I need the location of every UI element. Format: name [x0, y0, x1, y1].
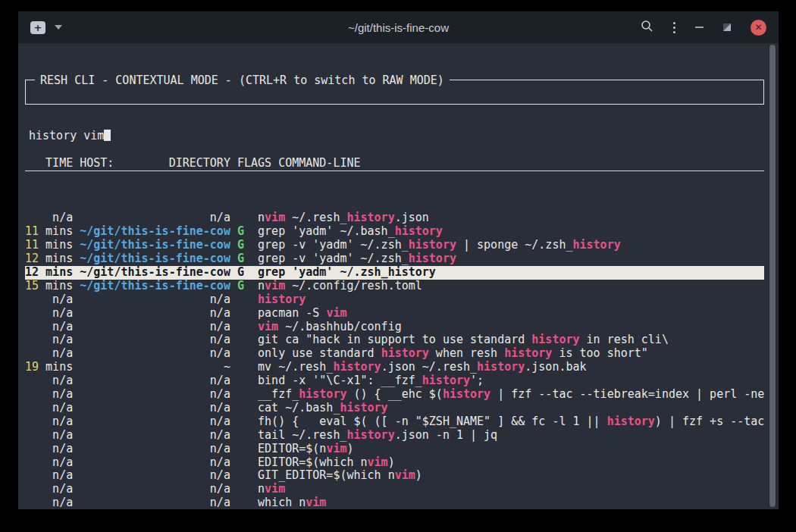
titlebar-right-group: ✕: [622, 20, 766, 36]
table-row[interactable]: n/a n/a which nvim: [25, 496, 764, 509]
table-row[interactable]: 15 mins ~/git/this-is-fine-cow G nvim ~/…: [25, 280, 764, 293]
table-row[interactable]: n/a n/a history: [25, 293, 764, 307]
table-row[interactable]: n/a n/a GIT_EDITOR=$(which nvim): [25, 469, 764, 483]
history-rows: n/a n/a nvim ~/.resh_history.json11 mins…: [25, 211, 764, 509]
table-row[interactable]: n/a n/a EDITOR=$(nvim): [25, 443, 764, 456]
table-row[interactable]: n/a n/a nvim: [25, 483, 764, 496]
table-row[interactable]: 12 mins ~/git/this-is-fine-cow G grep -v…: [25, 252, 764, 266]
titlebar: + ~/git/this-is-fine-cow ✕: [18, 11, 779, 43]
table-row[interactable]: n/a n/a cat ~/.bash_history: [25, 402, 764, 415]
table-row[interactable]: 19 mins ~ mv ~/.resh_history.json ~/.res…: [25, 361, 764, 374]
table-row[interactable]: 12 mins ~/git/this-is-fine-cow G grep 'y…: [25, 266, 764, 280]
scrollbar[interactable]: [769, 45, 776, 507]
search-query-text: history vim: [29, 129, 104, 142]
table-row[interactable]: n/a n/a git ca "hack in support to use s…: [25, 333, 764, 347]
table-row[interactable]: n/a n/a tail ~/.resh_history.json -n 1 |…: [25, 429, 764, 443]
chevron-down-icon[interactable]: [55, 25, 62, 30]
resh-header-box: RESH CLI - CONTEXTUAL MODE - (CTRL+R to …: [25, 80, 764, 105]
window-title: ~/git/this-is-fine-cow: [174, 21, 622, 34]
search-icon[interactable]: [641, 20, 653, 36]
close-button[interactable]: ✕: [751, 20, 766, 36]
table-row[interactable]: n/a n/a fh() { eval $( ([ -n "$ZSH_NAME"…: [25, 415, 764, 429]
minimize-button[interactable]: [695, 27, 704, 28]
table-row[interactable]: 11 mins ~/git/this-is-fine-cow G grep 'y…: [25, 225, 764, 239]
resh-mode-title: RESH CLI - CONTEXTUAL MODE - (CTRL+R to …: [35, 74, 450, 87]
scrollbar-thumb[interactable]: [769, 45, 776, 507]
new-tab-button[interactable]: +: [30, 21, 45, 34]
terminal-window: + ~/git/this-is-fine-cow ✕ RESH CLI - CO…: [18, 11, 779, 509]
table-row[interactable]: n/a n/a vim ~/.bashhub/config: [25, 321, 764, 334]
table-row[interactable]: n/a n/a bind -x '"\C-x1": __fzf_history'…: [25, 374, 764, 388]
table-row[interactable]: n/a n/a nvim ~/.resh_history.json: [25, 211, 764, 225]
table-row[interactable]: n/a n/a __fzf_history () { __ehc $(histo…: [25, 388, 764, 402]
menu-kebab-icon[interactable]: [673, 22, 675, 33]
table-row[interactable]: n/a n/a only use standard history when r…: [25, 347, 764, 361]
restore-button[interactable]: [723, 23, 731, 31]
table-row[interactable]: n/a n/a EDITOR=$(which nvim): [25, 456, 764, 470]
terminal-content: RESH CLI - CONTEXTUAL MODE - (CTRL+R to …: [21, 43, 764, 509]
table-row[interactable]: n/a n/a pacman -S vim: [25, 307, 764, 321]
table-row[interactable]: 11 mins ~/git/this-is-fine-cow G grep -v…: [25, 239, 764, 252]
text-cursor-block: [104, 130, 111, 141]
titlebar-left-group: +: [30, 21, 174, 34]
search-input[interactable]: history vim: [29, 129, 760, 142]
